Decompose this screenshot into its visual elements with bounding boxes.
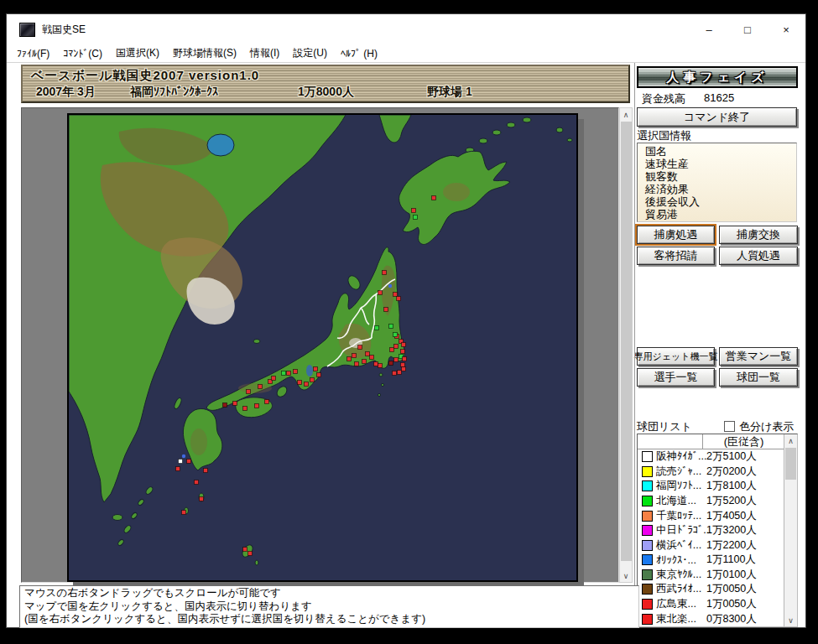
stadium-marker[interactable] <box>393 293 398 297</box>
map-viewport[interactable] <box>21 107 619 583</box>
stadium-marker[interactable] <box>383 271 387 275</box>
map-scrollbar-thumb[interactable] <box>621 122 632 561</box>
stadium-marker[interactable] <box>310 378 315 382</box>
stadium-marker[interactable] <box>388 284 392 288</box>
stadium-marker[interactable] <box>248 552 253 556</box>
stadium-marker[interactable] <box>352 354 357 358</box>
menu-item[interactable]: 情報(I) <box>243 46 286 60</box>
menu-item[interactable]: ｺﾏﾝﾄﾞ(C) <box>56 48 109 60</box>
end-command-button[interactable]: コマンド終了 <box>637 107 797 127</box>
team-list-scrollbar[interactable]: ∧ ∨ <box>784 434 797 626</box>
team-row[interactable]: 横浜ﾍﾞｲ...1万2200人 <box>638 538 785 553</box>
team-row[interactable]: 福岡ｿﾌﾄ...1万8100人 <box>638 479 785 494</box>
team-row[interactable]: 東北楽...0万8300人 <box>638 611 785 626</box>
list-view-button[interactable]: 選手一覧 <box>637 368 715 387</box>
stadium-marker[interactable] <box>233 402 237 406</box>
menu-item[interactable]: 国選択(K) <box>109 46 166 60</box>
stadium-marker[interactable] <box>282 371 286 376</box>
stadium-marker[interactable] <box>366 352 370 356</box>
team-row[interactable]: 千葉ﾛｯﾃ...1万4050人 <box>638 508 785 523</box>
stadium-marker[interactable] <box>287 371 291 376</box>
maximize-button[interactable]: □ <box>728 14 767 44</box>
team-row[interactable]: ｵﾘｯｸｽ･...1万1100人 <box>638 553 785 568</box>
stadium-marker[interactable] <box>195 480 199 485</box>
stadium-marker[interactable] <box>265 400 269 404</box>
stadium-marker[interactable] <box>298 381 302 385</box>
stadium-marker[interactable] <box>397 297 401 301</box>
stadium-marker[interactable] <box>358 345 362 350</box>
stadium-marker[interactable] <box>378 364 383 368</box>
stadium-marker[interactable] <box>182 454 185 458</box>
stadium-marker[interactable] <box>272 377 276 381</box>
stadium-marker[interactable] <box>258 385 263 389</box>
color-code-checkbox[interactable] <box>724 421 735 432</box>
stadium-marker[interactable] <box>394 345 399 349</box>
menu-item[interactable]: 野球場情報(S) <box>166 46 243 60</box>
stadium-marker[interactable] <box>176 467 180 471</box>
scrollbar-thumb[interactable] <box>785 448 796 480</box>
stadium-marker[interactable] <box>375 326 379 330</box>
team-row[interactable]: 阪神ﾀｲｶﾞ...2万5100人 <box>638 449 785 465</box>
stadium-marker[interactable] <box>243 548 247 552</box>
stadium-marker[interactable] <box>384 308 388 312</box>
stadium-marker[interactable] <box>305 382 309 387</box>
stadium-marker[interactable] <box>389 325 393 329</box>
stadium-marker[interactable] <box>355 362 359 366</box>
stadium-marker[interactable] <box>401 350 405 354</box>
menu-item[interactable]: 設定(U) <box>286 46 334 60</box>
stadium-marker[interactable] <box>402 367 406 371</box>
stadium-marker[interactable] <box>370 356 374 360</box>
stadium-marker[interactable] <box>223 403 227 408</box>
action-button[interactable]: 人質処遇 <box>719 247 798 265</box>
list-view-button[interactable]: 球団一覧 <box>719 368 798 387</box>
stadium-marker[interactable] <box>347 357 352 361</box>
scroll-down-icon[interactable]: ∨ <box>784 614 797 626</box>
action-button[interactable]: 客将招請 <box>637 247 715 265</box>
stadium-marker[interactable] <box>362 360 367 364</box>
list-view-button[interactable]: 営業マン一覧 <box>719 347 798 366</box>
stadium-marker[interactable] <box>398 371 402 375</box>
menu-item[interactable]: ﾍﾙﾌﾟ (H) <box>334 48 384 60</box>
minimize-button[interactable]: – <box>690 14 728 44</box>
stadium-marker[interactable] <box>204 469 208 473</box>
team-row[interactable]: 中日ﾄﾞﾗｺﾞ...1万3200人 <box>638 523 785 538</box>
action-button[interactable]: 捕虜交換 <box>719 226 798 244</box>
map-scroll-down-icon[interactable]: ∨ <box>620 569 632 582</box>
stadium-marker[interactable] <box>390 348 394 352</box>
map-scrollbar[interactable]: ∧ ∨ <box>619 107 633 583</box>
team-row[interactable]: 北海道...1万5200人 <box>638 494 785 509</box>
list-view-button[interactable]: 専用ジェット機一覧 <box>637 347 715 366</box>
selected-country-info-list[interactable]: 国名速球生産観客数経済効果後援会収入貿易港 <box>637 143 797 222</box>
stadium-marker[interactable] <box>401 363 405 367</box>
stadium-marker[interactable] <box>294 370 298 374</box>
stadium-marker[interactable] <box>378 291 383 295</box>
stadium-marker[interactable] <box>393 333 398 337</box>
stadium-marker[interactable] <box>389 361 393 366</box>
stadium-marker[interactable] <box>394 358 399 362</box>
team-row[interactable]: 東京ﾔｸﾙ...1万0100人 <box>638 568 785 583</box>
japan-map[interactable] <box>67 113 578 582</box>
stadium-marker[interactable] <box>432 196 436 200</box>
stadium-marker[interactable] <box>414 216 418 220</box>
map-scroll-up-icon[interactable]: ∧ <box>620 108 632 121</box>
team-list-table[interactable]: (臣従含) 阪神ﾀｲｶﾞ...2万5100人読売ｼﾞｬ...2万0200人福岡ｿ… <box>637 434 798 627</box>
stadium-marker[interactable] <box>187 460 191 464</box>
team-row[interactable]: 読売ｼﾞｬ...2万0200人 <box>638 465 785 480</box>
stadium-marker[interactable] <box>243 407 247 411</box>
action-button[interactable]: 捕虜処遇 <box>637 226 715 244</box>
menu-item[interactable]: ﾌｧｲﾙ(F) <box>10 48 56 60</box>
stadium-marker[interactable] <box>200 497 204 501</box>
stadium-marker[interactable] <box>412 209 416 213</box>
team-row[interactable]: 西武ﾗｲｵ...1万0050人 <box>638 582 785 597</box>
stadium-marker[interactable] <box>255 404 259 408</box>
stadium-marker[interactable] <box>314 367 318 371</box>
stadium-marker[interactable] <box>402 343 406 347</box>
stadium-marker[interactable] <box>317 373 321 377</box>
close-button[interactable]: × <box>767 14 805 44</box>
stadium-marker[interactable] <box>179 460 183 464</box>
stadium-marker[interactable] <box>182 511 186 515</box>
stadium-marker[interactable] <box>403 357 407 361</box>
stadium-marker[interactable] <box>374 362 378 366</box>
stadium-marker[interactable] <box>393 371 397 376</box>
scroll-up-icon[interactable]: ∧ <box>784 434 797 447</box>
